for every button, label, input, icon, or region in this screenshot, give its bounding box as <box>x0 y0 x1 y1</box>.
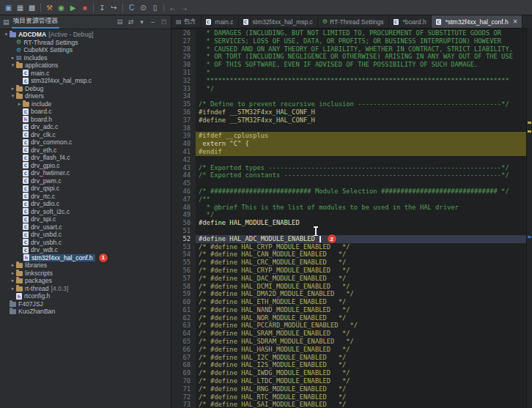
tree-item-rtconfig-h[interactable]: hrtconfig.h <box>0 292 171 300</box>
code-line[interactable]: 50#define HAL_MODULE_ENABLED <box>171 219 532 227</box>
line-number[interactable]: 31 <box>171 69 196 77</box>
code-line[interactable]: 38 <box>171 125 532 133</box>
tab-包含[interactable]: ▤包含 <box>171 15 202 28</box>
line-number[interactable]: 51 <box>171 227 196 235</box>
line-number[interactable]: 53 <box>171 243 196 251</box>
tree-item-libraries[interactable]: ▸libraries <box>0 262 171 270</box>
tree-item-drv-common-c[interactable]: Cdrv_common.c <box>0 138 171 146</box>
code-line[interactable]: 48 * @brief This is the list of modules … <box>171 204 532 212</box>
line-number[interactable]: 62 <box>171 314 196 322</box>
expand-arrow-icon[interactable]: ▸ <box>10 270 16 276</box>
code-line[interactable]: 60/* #define HAL_ETH_MODULE_ENABLED */ <box>171 298 532 306</box>
new-window-icon[interactable]: ▣ <box>3 2 14 13</box>
code-line[interactable]: 29 * OR TORT (INCLUDING NEGLIGENCE OR OT… <box>171 53 532 61</box>
code-line[interactable]: 64/* #define HAL_SRAM_MODULE_ENABLED */ <box>171 330 532 338</box>
code-line[interactable]: 70/* #define HAL_LTDC_MODULE_ENABLED */ <box>171 377 532 385</box>
code-line[interactable]: 42 <box>171 156 532 164</box>
tree-item-drv-wdt-c[interactable]: Cdrv_wdt.c <box>0 246 171 254</box>
code-line[interactable]: 27 * SERVICES; LOSS OF USE, DATA, OR PRO… <box>171 37 532 45</box>
expand-arrow-icon[interactable]: ▸ <box>10 286 16 292</box>
line-number[interactable]: 68 <box>171 361 196 369</box>
line-number[interactable]: 35 <box>171 100 196 108</box>
save-icon[interactable]: ▦ <box>15 2 26 13</box>
code-line[interactable]: 71/* #define HAL_RNG_MODULE_ENABLED */ <box>171 385 532 393</box>
code-line[interactable]: 55/* #define HAL_CRC_MODULE_ENABLED */ <box>171 259 532 267</box>
bookmark-icon[interactable]: ▯ <box>149 2 160 13</box>
line-number[interactable]: 66 <box>171 346 196 354</box>
code-line[interactable]: 53/* #define HAL_CRYP_MODULE_ENABLED */ <box>171 243 532 251</box>
line-number[interactable]: 71 <box>171 385 196 393</box>
code-line[interactable]: 66/* #define HAL_HASH_MODULE_ENABLED */ <box>171 346 532 354</box>
code-line[interactable]: 54/* #define HAL_CAN_MODULE_ENABLED */ <box>171 251 532 259</box>
code-line[interactable]: 63/* #define HAL_PCCARD_MODULE_ENABLED *… <box>171 322 532 330</box>
tree-item-drivers[interactable]: ▾drivers <box>0 92 171 100</box>
tree-item-drv-soft-i2c-c[interactable]: Cdrv_soft_i2c.c <box>0 208 171 216</box>
line-number[interactable]: 27 <box>171 37 196 45</box>
tree-item-drv-clk-c[interactable]: Cdrv_clk.c <box>0 131 171 139</box>
line-number[interactable]: 60 <box>171 298 196 306</box>
tree-item-packages[interactable]: ▸packages <box>0 277 171 285</box>
stop-icon[interactable]: ■ <box>79 2 90 13</box>
tree-item-f407jsj[interactable]: F407JSJ <box>0 300 171 308</box>
line-number[interactable]: 59 <box>171 290 196 298</box>
line-number[interactable]: 49 <box>171 211 196 219</box>
tree-item-board-c[interactable]: Cboard.c <box>0 108 171 116</box>
tree-item-drv-usbd-c[interactable]: Cdrv_usbd.c <box>0 231 171 239</box>
line-number[interactable]: 38 <box>171 125 196 133</box>
forward-arrow-icon[interactable]: → <box>179 2 190 13</box>
code-editor[interactable]: 26 * DAMAGES (INCLUDING, BUT NOT LIMITED… <box>171 29 532 408</box>
tree-item-board-h[interactable]: hboard.h <box>0 116 171 124</box>
line-number[interactable]: 67 <box>171 354 196 362</box>
run-play-icon[interactable]: ▶ <box>67 2 78 13</box>
expand-arrow-icon[interactable]: ▸ <box>10 55 16 61</box>
line-number[interactable]: 32 <box>171 77 196 85</box>
tab-stm32f4xx-hal-conf-h[interactable]: C*stm32f4xx_hal_conf.h✕ <box>432 15 523 28</box>
line-number[interactable]: 26 <box>171 29 196 37</box>
collapse-arrow-icon[interactable]: ▾ <box>10 62 16 68</box>
line-number[interactable]: 47 <box>171 196 196 204</box>
collapse-arrow-icon[interactable]: ▾ <box>10 93 16 99</box>
code-line[interactable]: 46/* ########################## Module S… <box>171 188 532 196</box>
line-number[interactable]: 48 <box>171 204 196 212</box>
code-line[interactable]: 30 * OF THIS SOFTWARE, EVEN IF ADVISED O… <box>171 61 532 69</box>
code-line[interactable]: 43/* Exported types --------------------… <box>171 164 532 172</box>
code-line[interactable]: 59/* #define HAL_DMA2D_MODULE_ENABLED */ <box>171 290 532 298</box>
tree-item-drv-spi-c[interactable]: Cdrv_spi.c <box>0 215 171 223</box>
expand-arrow-icon[interactable]: ▸ <box>16 101 23 107</box>
tree-item-drv-pwm-c[interactable]: Cdrv_pwm.c <box>0 177 171 185</box>
search-icon[interactable]: ⊙ <box>138 2 149 13</box>
line-number[interactable]: 46 <box>171 188 196 196</box>
code-line[interactable]: 41#endif <box>171 148 532 156</box>
line-number[interactable]: 34 <box>171 92 196 100</box>
tree-item-stm32f4xx-hal-msp-c[interactable]: Cstm32f4xx_hal_msp.c <box>0 77 171 85</box>
tree-item-drv-sdio-c[interactable]: Cdrv_sdio.c <box>0 200 171 208</box>
new-cfile-icon[interactable]: C <box>126 2 137 13</box>
line-number[interactable]: 65 <box>171 338 196 346</box>
line-number[interactable]: 43 <box>171 164 196 172</box>
code-line[interactable]: 62/* #define HAL_NOR_MODULE_ENABLED */ <box>171 314 532 322</box>
code-line[interactable]: 39#ifdef __cplusplus <box>171 132 532 140</box>
tree-item-cubemx-settings[interactable]: ⚙CubeMX Settings <box>0 46 171 54</box>
tree-item-linkscripts[interactable]: ▸linkscripts <box>0 270 171 278</box>
tab-stm32f4xx-hal-msp-c[interactable]: Cstm32f4xx_hal_msp.c <box>239 15 318 28</box>
collapse-all-icon[interactable]: ⊟ <box>116 18 124 26</box>
tree-item-include[interactable]: ▸include <box>0 100 171 108</box>
code-line[interactable]: 65/* #define HAL_SDRAM_MODULE_ENABLED */ <box>171 338 532 346</box>
tree-item-main-c[interactable]: Cmain.c <box>0 70 171 78</box>
tree-item-drv-usart-c[interactable]: Cdrv_usart.c <box>0 223 171 231</box>
tree-item-drv-flash-f4-c[interactable]: Cdrv_flash_f4.c <box>0 154 171 162</box>
code-line[interactable]: 40 extern "C" { <box>171 140 532 148</box>
expand-arrow-icon[interactable]: ▸ <box>10 86 16 92</box>
tree-item-drv-gpio-c[interactable]: Cdrv_gpio.c <box>0 162 171 170</box>
code-line[interactable]: 69/* #define HAL_IWDG_MODULE_ENABLED */ <box>171 369 532 377</box>
tree-item-debug[interactable]: ▸Debug <box>0 85 171 93</box>
step-over-icon[interactable]: ↪ <box>108 2 119 13</box>
line-number[interactable]: 41 <box>171 148 196 156</box>
build-hammer-icon[interactable]: ⚒ <box>44 2 55 13</box>
code-line[interactable]: 51 <box>171 227 532 235</box>
code-line[interactable]: 37#define __STM32F4xx_HAL_CONF_H <box>171 116 532 125</box>
code-line[interactable]: 52#define HAL_ADC_MODULE_ENABLED 2 <box>171 235 532 243</box>
code-line[interactable]: 45 <box>171 179 532 188</box>
tab-board-h[interactable]: C*board.h <box>389 15 432 28</box>
line-number[interactable]: 63 <box>171 322 196 330</box>
